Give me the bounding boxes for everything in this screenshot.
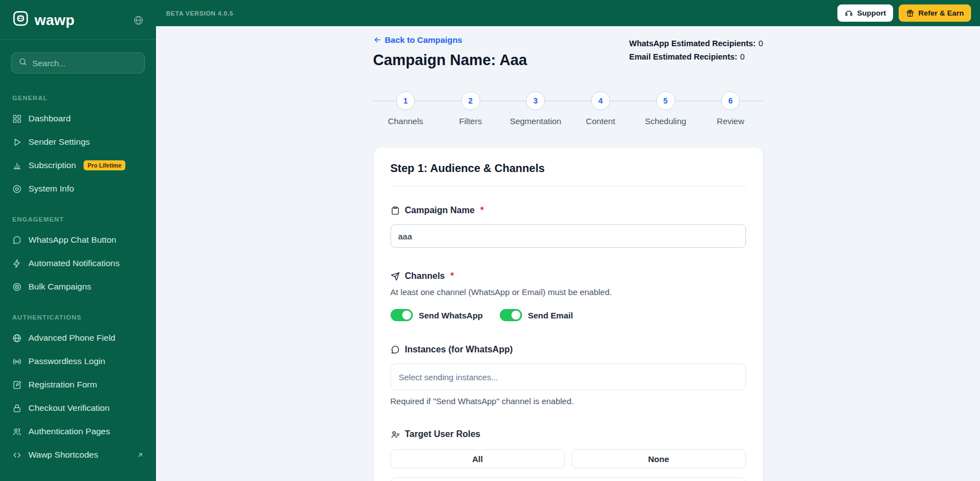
page-header: Back to Campaigns Campaign Name: Aaa Wha…: [373, 35, 763, 69]
email-recipients-label: Email Estimated Recipients:: [629, 52, 737, 61]
whatsapp-recipients-value: 0: [758, 39, 763, 48]
sidebar-item-label: Wawp Shortcodes: [28, 450, 98, 460]
required-asterisk: *: [480, 205, 484, 215]
card-divider: [391, 186, 746, 186]
instances-label: Instances (for WhatsApp): [405, 345, 513, 355]
main-content-area: Back to Campaigns Campaign Name: Aaa Wha…: [156, 26, 980, 481]
sidebar-nav: GENERAL Dashboard Sender Settings Subscr…: [0, 73, 156, 467]
step-label: Segmentation: [510, 116, 562, 126]
external-link-icon: [136, 451, 144, 459]
send-email-toggle-row: Send Email: [500, 309, 573, 321]
sidebar-search[interactable]: [11, 52, 145, 73]
send-icon: [12, 138, 22, 147]
refer-earn-button[interactable]: Refer & Earn: [899, 4, 971, 22]
roles-label: Target User Roles: [405, 429, 481, 439]
instances-label-row: Instances (for WhatsApp): [391, 345, 746, 355]
code-icon: [12, 450, 22, 460]
back-to-campaigns-link[interactable]: Back to Campaigns: [373, 35, 462, 45]
topbar-actions: Support Refer & Earn: [837, 4, 971, 22]
channels-field: Channels * At least one channel (WhatsAp…: [391, 271, 746, 321]
wawp-logo[interactable]: wawp: [12, 10, 75, 31]
support-button[interactable]: Support: [837, 4, 893, 22]
sidebar-item-label: Authentication Pages: [28, 426, 110, 436]
sidebar-item-automated-notifications[interactable]: Automated Notifications: [8, 252, 148, 275]
step-circle: 2: [461, 91, 480, 110]
sidebar-item-system-info[interactable]: System Info: [8, 177, 148, 200]
step-review[interactable]: 6 Review: [698, 91, 763, 126]
nav-section-engagement: ENGAGEMENT: [8, 216, 148, 223]
channels-label-row: Channels *: [391, 271, 746, 281]
sidebar-item-label: Sender Settings: [28, 137, 90, 147]
sidebar-item-label: Passwordless Login: [28, 356, 105, 366]
sidebar-item-label: Subscription: [28, 160, 76, 170]
sidebar-item-advanced-phone-field[interactable]: Advanced Phone Field: [8, 326, 148, 350]
card-title: Step 1: Audience & Channels: [391, 162, 746, 175]
sidebar-item-label: Checkout Verification: [28, 403, 110, 413]
step-circle: 3: [526, 91, 545, 110]
instances-select[interactable]: [391, 364, 746, 390]
users-icon: [12, 427, 22, 436]
bolt-icon: [12, 259, 22, 268]
language-globe-icon[interactable]: [133, 15, 144, 26]
form-icon: [12, 380, 22, 390]
whatsapp-recipients-row: WhatsApp Estimated Recipients:0: [629, 37, 763, 51]
email-recipients-value: 0: [740, 52, 744, 61]
email-recipients-row: Email Estimated Recipients:0: [629, 51, 763, 64]
sidebar-item-subscription[interactable]: Subscription Pro Lifetime: [8, 154, 148, 177]
step-content[interactable]: 4 Content: [568, 91, 633, 126]
whatsapp-recipients-label: WhatsApp Estimated Recipients:: [629, 39, 755, 48]
sidebar-item-checkout-verification[interactable]: Checkout Verification: [8, 396, 148, 420]
step-circle: 5: [656, 91, 675, 110]
sidebar-item-label: Bulk Campaigns: [28, 282, 91, 292]
search-icon: [18, 57, 27, 68]
wawp-logo-text: wawp: [35, 12, 75, 29]
sidebar-item-passwordless-login[interactable]: Passwordless Login: [8, 350, 148, 373]
step-channels[interactable]: 1 Channels: [373, 91, 438, 126]
sidebar-item-wawp-shortcodes[interactable]: Wawp Shortcodes: [8, 443, 148, 467]
globe-icon: [12, 333, 22, 343]
app-window: wawp GENERAL Dashboard Sender Settings: [0, 0, 980, 481]
roles-quick-select: All None: [391, 449, 746, 468]
search-input[interactable]: [32, 58, 138, 68]
sidebar-item-bulk-campaigns[interactable]: Bulk Campaigns: [8, 275, 148, 298]
nav-section-authentications: AUTHENTICATIONS: [8, 314, 148, 321]
sidebar-item-registration-form[interactable]: Registration Form: [8, 373, 148, 396]
campaign-name-label: Campaign Name: [405, 205, 475, 215]
campaign-name-input[interactable]: [391, 224, 746, 248]
roles-label-row: Target User Roles: [391, 429, 746, 439]
send-email-toggle[interactable]: [500, 309, 522, 321]
sidebar-item-authentication-pages[interactable]: Authentication Pages: [8, 420, 148, 443]
estimated-recipients: WhatsApp Estimated Recipients:0 Email Es…: [629, 37, 763, 64]
campaign-stepper: 1 Channels 2 Filters 3 Segmentation 4: [373, 91, 763, 126]
arrow-left-icon: [373, 36, 382, 44]
step-label: Scheduling: [645, 116, 686, 126]
send-whatsapp-toggle-label: Send WhatsApp: [419, 311, 483, 320]
whatsapp-icon: [12, 235, 22, 245]
sidebar-item-sender-settings[interactable]: Sender Settings: [8, 130, 148, 154]
sidebar-item-label: Advanced Phone Field: [28, 333, 115, 343]
sidebar: wawp GENERAL Dashboard Sender Settings: [0, 0, 156, 481]
user-roles-icon: [391, 430, 400, 439]
lock-icon: [12, 404, 22, 413]
dashboard-icon: [12, 114, 22, 124]
sidebar-item-dashboard[interactable]: Dashboard: [8, 107, 148, 130]
step-segmentation[interactable]: 3 Segmentation: [503, 91, 568, 126]
broadcast-icon: [12, 357, 22, 366]
campaign-name-label-row: Campaign Name *: [391, 205, 746, 215]
toggle-knob: [511, 311, 520, 320]
sidebar-item-whatsapp-chat-button[interactable]: WhatsApp Chat Button: [8, 228, 148, 252]
roles-select[interactable]: [391, 477, 746, 481]
roles-all-button[interactable]: All: [391, 449, 565, 468]
main-column: BETA VERSION 4.0.5 Support Refer & Earn …: [156, 0, 980, 481]
clipboard-icon: [391, 206, 400, 215]
send-whatsapp-toggle[interactable]: [391, 309, 413, 321]
support-button-label: Support: [857, 9, 886, 17]
step-scheduling[interactable]: 5 Scheduling: [633, 91, 698, 126]
target-icon: [12, 282, 22, 292]
step-circle: 1: [396, 91, 415, 110]
roles-none-button[interactable]: None: [572, 449, 746, 468]
pro-lifetime-badge: Pro Lifetime: [84, 160, 125, 170]
step-filters[interactable]: 2 Filters: [438, 91, 503, 126]
paper-plane-icon: [391, 272, 400, 281]
system-info-icon: [12, 184, 22, 194]
